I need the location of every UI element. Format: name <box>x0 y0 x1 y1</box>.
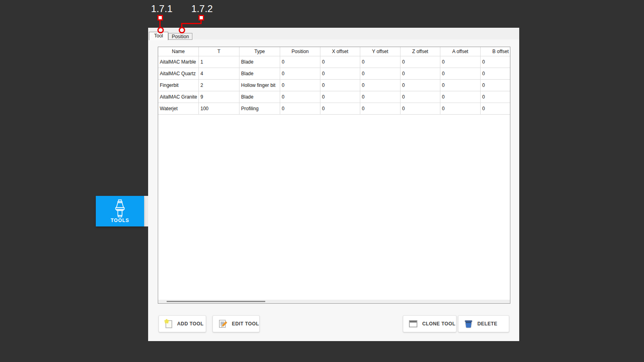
table-cell[interactable]: 9 <box>199 91 239 103</box>
table-cell[interactable]: 0 <box>360 103 400 115</box>
table-cell[interactable]: Hollow finger bit <box>239 80 280 91</box>
table-cell[interactable]: 0 <box>400 56 440 68</box>
tools-button-connector <box>144 196 148 226</box>
table-cell[interactable]: Blade <box>239 91 280 103</box>
column-header[interactable]: Position <box>280 47 320 56</box>
table-cell[interactable]: 0 <box>440 103 481 115</box>
table-cell[interactable]: Blade <box>239 56 280 68</box>
table-header-row: NameTTypePositionX offsetY offsetZ offse… <box>158 47 510 56</box>
table-cell[interactable]: 0 <box>280 56 320 68</box>
callout-square-1-7-1 <box>157 15 163 21</box>
table-cell[interactable]: 0 <box>400 68 440 80</box>
table-cell[interactable]: 0 <box>440 56 481 68</box>
clone-tool-button[interactable]: CLONE TOOL <box>403 315 456 332</box>
table-cell[interactable]: 0 <box>280 80 320 91</box>
table-cell[interactable]: 0 <box>280 68 320 80</box>
callout-circle-tool-tab <box>157 27 164 33</box>
callout-line-1-7-2-horiz <box>181 23 202 24</box>
clone-window-icon <box>409 319 418 328</box>
edit-tool-label: EDIT TOOL <box>232 321 259 327</box>
table-cell[interactable]: 0 <box>360 80 400 91</box>
tools-sidebar-button[interactable]: TOOLS <box>96 196 144 226</box>
table-cell[interactable]: AitalMAC Granite <box>158 91 199 103</box>
column-header[interactable]: Type <box>239 47 280 56</box>
table-cell[interactable]: 0 <box>360 91 400 103</box>
cnc-toolholder-icon <box>112 199 128 218</box>
table-cell[interactable]: 0 <box>481 91 510 103</box>
column-header[interactable]: B offset <box>481 47 510 56</box>
callout-label-1-7-2: 1.7.2 <box>188 3 216 14</box>
table-cell[interactable]: 0 <box>440 68 481 80</box>
delete-button[interactable]: DELETE <box>458 315 509 332</box>
table-cell[interactable]: 0 <box>360 56 400 68</box>
table-cell[interactable]: 0 <box>320 80 360 91</box>
table-cell[interactable]: 0 <box>481 103 510 115</box>
table-cell[interactable]: 0 <box>360 68 400 80</box>
column-header[interactable]: Y offset <box>360 47 400 56</box>
edit-tool-button[interactable]: EDIT TOOL <box>213 315 260 332</box>
column-header[interactable]: Z offset <box>400 47 440 56</box>
table-cell[interactable]: 0 <box>320 103 360 115</box>
table-cell[interactable]: 0 <box>320 91 360 103</box>
horizontal-scrollbar[interactable] <box>158 300 510 303</box>
column-header[interactable]: Name <box>158 47 199 56</box>
table-cell[interactable]: 0 <box>400 103 440 115</box>
table-row[interactable]: AitalMAC Marble1Blade000000 <box>158 56 510 68</box>
callout-label-1-7-1: 1.7.1 <box>148 3 175 14</box>
table-cell[interactable]: 0 <box>280 91 320 103</box>
callout-circle-position-tab <box>179 27 185 33</box>
table-cell[interactable]: 0 <box>400 91 440 103</box>
tools-button-label: TOOLS <box>111 218 129 223</box>
delete-label: DELETE <box>477 321 497 327</box>
table-cell[interactable]: 4 <box>199 68 239 80</box>
clone-tool-label: CLONE TOOL <box>422 321 455 327</box>
table-cell[interactable]: AitalMAC Marble <box>158 56 199 68</box>
trash-icon <box>464 319 473 329</box>
table-cell[interactable]: AitalMAC Quartz <box>158 68 199 80</box>
scrollbar-thumb[interactable] <box>167 301 265 302</box>
table-cell[interactable]: 0 <box>440 91 481 103</box>
table-cell[interactable]: 0 <box>320 68 360 80</box>
table-cell[interactable]: Profiling <box>239 103 280 115</box>
table-cell[interactable]: Waterjet <box>158 103 199 115</box>
add-tool-label: ADD TOOL <box>177 321 204 327</box>
callout-square-1-7-2 <box>198 15 204 21</box>
tab-tool[interactable]: Tool <box>149 32 168 40</box>
table-row[interactable]: Fingerbit2Hollow finger bit000000 <box>158 80 510 91</box>
add-document-icon <box>164 319 173 329</box>
table-cell[interactable]: 0 <box>440 80 481 91</box>
table-cell[interactable]: 0 <box>481 80 510 91</box>
table-cell[interactable]: 2 <box>199 80 239 91</box>
tools-panel: Tool Position NameTTypePositionX offsetY… <box>148 28 519 341</box>
table-cell[interactable]: 0 <box>481 68 510 80</box>
table-cell[interactable]: Fingerbit <box>158 80 199 91</box>
table-row[interactable]: Waterjet100Profiling000000 <box>158 103 510 115</box>
table-cell[interactable]: 1 <box>199 56 239 68</box>
table-cell[interactable]: 100 <box>199 103 239 115</box>
table-cell[interactable]: 0 <box>320 56 360 68</box>
callout-line-1-7-1 <box>159 21 161 27</box>
column-header[interactable]: T <box>199 47 239 56</box>
tools-table: NameTTypePositionX offsetY offsetZ offse… <box>158 47 510 304</box>
table-cell[interactable]: 0 <box>400 80 440 91</box>
table-row[interactable]: AitalMAC Quartz4Blade000000 <box>158 68 510 80</box>
column-header[interactable]: A offset <box>440 47 481 56</box>
table-row[interactable]: AitalMAC Granite9Blade000000 <box>158 91 510 103</box>
column-header[interactable]: X offset <box>320 47 360 56</box>
add-tool-button[interactable]: ADD TOOL <box>159 315 206 332</box>
table-cell[interactable]: Blade <box>239 68 280 80</box>
screen: 1.7.1 1.7.2 TOOLS Tool Position <box>0 0 644 362</box>
table-cell[interactable]: 0 <box>481 56 510 68</box>
edit-document-icon <box>218 319 228 329</box>
tab-position[interactable]: Position <box>168 33 192 40</box>
table-cell[interactable]: 0 <box>280 103 320 115</box>
